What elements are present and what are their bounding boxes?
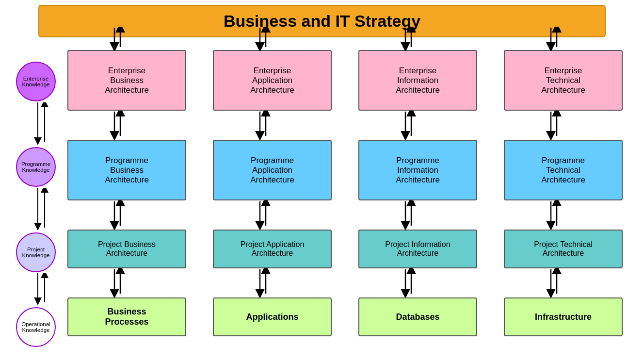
box-enterprise-information-label: Enterprise Information Architecture: [396, 66, 440, 95]
box-infrastructure-label: Infrastructure: [535, 312, 592, 322]
arrow-e-p-col2: [254, 111, 272, 140]
sidebar-arrow-3u: [40, 273, 49, 307]
box-programme-technical-label: Programme Technical Architecture: [541, 156, 585, 185]
circle-operational-label: Operational Knowledge: [21, 321, 50, 333]
circle-operational: Operational Knowledge: [16, 307, 56, 347]
sidebar-arrow-2u: [40, 188, 49, 232]
arrow-e-p-col1: [109, 111, 126, 140]
arrow-e-p-col4: [545, 111, 563, 140]
arrow-proj-op-col2: [254, 268, 272, 297]
arrow-p-proj-col4: [545, 200, 563, 230]
main-container: Business and IT Strategy Enterprise Know…: [0, 0, 644, 363]
box-enterprise-business-label: Enterprise Business Architecture: [105, 66, 149, 95]
page-title: Business and IT Strategy: [49, 12, 595, 31]
box-project-business: Project Business Architecture: [67, 230, 186, 268]
box-business-processes-label: Business Processes: [105, 307, 148, 327]
box-enterprise-application: Enterprise Application Architecture: [213, 50, 332, 111]
box-operational-applications: Applications: [213, 297, 332, 336]
top-arrow-col2: [254, 27, 272, 51]
circle-project: Project Knowledge: [16, 232, 56, 272]
arrow-proj-op-col4: [545, 268, 563, 297]
box-operational-infrastructure: Infrastructure: [504, 297, 623, 336]
circle-programme: Programme Knowledge: [16, 147, 56, 187]
box-enterprise-application-label: Enterprise Application Architecture: [250, 66, 294, 95]
top-arrow-col1: [109, 27, 126, 51]
box-programme-information-label: Programme Information Architecture: [396, 156, 440, 185]
arrow-p-proj-col3: [400, 200, 417, 230]
circle-programme-label: Programme Knowledge: [21, 161, 50, 173]
arrow-p-proj-col1: [109, 200, 126, 230]
arrow-e-p-col3: [400, 111, 417, 140]
box-project-information-label: Project Information Architecture: [385, 240, 450, 258]
box-programme-application-label: Programme Application Architecture: [250, 156, 294, 185]
circle-enterprise: Enterprise Knowledge: [16, 62, 56, 101]
diagram-area: Enterprise Knowledge Programme Knowledge…: [14, 41, 630, 358]
circle-enterprise-label: Enterprise Knowledge: [22, 76, 50, 87]
arrow-proj-op-col3: [400, 268, 417, 297]
box-enterprise-technical: Enterprise Technical Architecture: [504, 50, 623, 111]
box-programme-application: Programme Application Architecture: [213, 140, 332, 200]
circle-project-label: Project Knowledge: [22, 247, 50, 258]
box-project-application-label: Project Application Architecture: [241, 240, 305, 258]
top-arrow-col4: [545, 27, 563, 51]
box-project-technical: Project Technical Architecture: [504, 230, 623, 268]
arrow-p-proj-col2: [254, 200, 272, 230]
box-project-business-label: Project Business Architecture: [98, 240, 156, 258]
box-operational-databases: Databases: [358, 297, 477, 336]
box-project-application: Project Application Architecture: [213, 230, 332, 268]
box-enterprise-information: Enterprise Information Architecture: [358, 50, 477, 111]
box-project-information: Project Information Architecture: [358, 230, 477, 268]
box-programme-business-label: Programme Business Architecture: [105, 156, 149, 185]
box-databases-label: Databases: [396, 312, 439, 322]
top-arrow-col3: [400, 27, 417, 51]
box-operational-business-processes: Business Processes: [67, 297, 186, 336]
box-enterprise-business: Enterprise Business Architecture: [67, 50, 186, 111]
box-programme-business: Programme Business Architecture: [67, 140, 186, 200]
box-programme-technical: Programme Technical Architecture: [504, 140, 623, 200]
box-enterprise-technical-label: Enterprise Technical Architecture: [541, 66, 585, 95]
sidebar-arrow-1u: [40, 102, 49, 147]
arrow-proj-op-col1: [109, 268, 126, 297]
box-applications-label: Applications: [246, 312, 298, 322]
box-project-technical-label: Project Technical Architecture: [534, 240, 593, 258]
box-programme-information: Programme Information Architecture: [358, 140, 477, 200]
